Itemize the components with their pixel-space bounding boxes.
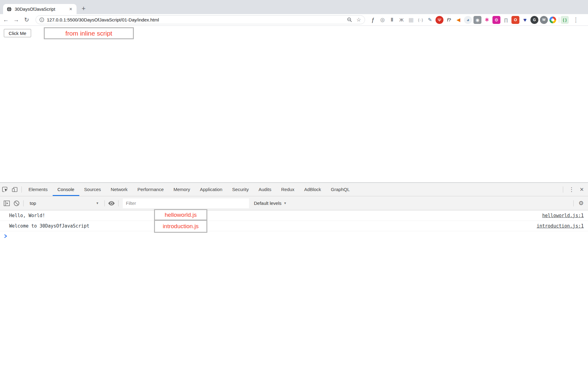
json-braces-extension-icon[interactable]: { } bbox=[561, 16, 569, 24]
log-levels-select[interactable]: Default levels ▼ bbox=[254, 201, 287, 206]
divider bbox=[559, 17, 559, 23]
grid-extension-icon[interactable]: ▦ bbox=[407, 16, 415, 24]
chevron-down-icon: ▼ bbox=[284, 201, 287, 205]
address-bar[interactable]: 127.0.0.1:5500/30DaysOfJavaScript/01-Day… bbox=[36, 15, 365, 24]
devtools-close-icon[interactable]: × bbox=[578, 186, 588, 194]
tab-sources[interactable]: Sources bbox=[79, 183, 106, 196]
clear-console-icon[interactable] bbox=[12, 200, 21, 207]
eyedropper-extension-icon[interactable]: ✎ bbox=[426, 16, 434, 24]
camera-extension-icon[interactable]: ◉ bbox=[473, 16, 481, 24]
divider bbox=[573, 200, 574, 206]
globe-favicon-icon bbox=[7, 7, 12, 12]
inspect-element-icon[interactable] bbox=[0, 183, 10, 196]
execution-context-select[interactable]: top ▼ bbox=[25, 199, 103, 208]
divider bbox=[563, 186, 563, 193]
console-prompt[interactable] bbox=[0, 231, 588, 241]
devtools-tabbar: Elements Console Sources Network Perform… bbox=[0, 183, 588, 196]
live-expression-eye-icon[interactable] bbox=[107, 201, 116, 206]
console-message-text: Hello, World! bbox=[9, 213, 45, 218]
prompt-chevron-icon bbox=[4, 234, 8, 238]
tab-audits[interactable]: Audits bbox=[254, 183, 276, 196]
source-link[interactable]: introduction.js:1 bbox=[537, 223, 584, 229]
pause-columns-extension-icon[interactable]: ‖ bbox=[388, 16, 396, 24]
pink-gear-extension-icon[interactable]: ⚙ bbox=[492, 16, 500, 24]
page-content: Click Me from inline script bbox=[0, 26, 588, 182]
tab-elements[interactable]: Elements bbox=[24, 183, 53, 196]
browser-tab[interactable]: 30DaysOfJavaScript × bbox=[3, 4, 77, 14]
tab-application[interactable]: Application bbox=[195, 183, 227, 196]
w-circle-extension-icon[interactable]: W bbox=[540, 16, 548, 24]
divider bbox=[21, 186, 22, 193]
console-message-row: Welcome to 30DaysOfJavaScript introducti… bbox=[0, 221, 588, 231]
g-circle-extension-icon[interactable]: G bbox=[530, 16, 538, 24]
page-info-icon[interactable] bbox=[40, 17, 44, 22]
tab-console[interactable]: Console bbox=[53, 183, 79, 196]
context-label: top bbox=[30, 201, 36, 206]
forward-icon[interactable]: → bbox=[12, 15, 21, 25]
stop-hand-extension-icon[interactable]: Ψ bbox=[435, 16, 443, 24]
browser-menu-icon[interactable]: ⋮ bbox=[572, 16, 580, 23]
click-me-button[interactable]: Click Me bbox=[4, 29, 31, 37]
devtools-panel: Elements Console Sources Network Perform… bbox=[0, 182, 588, 368]
device-toolbar-icon[interactable] bbox=[10, 183, 20, 196]
devtools-menu-icon[interactable]: ⋮ bbox=[565, 186, 578, 193]
browser-toolbar: ← → ↻ 127.0.0.1:5500/30DaysOfJavaScript/… bbox=[0, 14, 588, 26]
bookmark-star-icon[interactable]: ☆ bbox=[356, 17, 361, 23]
inline-script-box: from inline script bbox=[44, 27, 134, 39]
tab-redux[interactable]: Redux bbox=[276, 183, 299, 196]
console-toolbar: top ▼ Default levels ▼ ⚙ bbox=[0, 196, 588, 210]
tab-graphql[interactable]: GraphQL bbox=[326, 183, 355, 196]
divider bbox=[118, 200, 119, 206]
back-icon[interactable]: ← bbox=[1, 15, 10, 25]
divider bbox=[23, 200, 24, 206]
console-message-text: Welcome to 30DaysOfJavaScript bbox=[9, 223, 89, 229]
megaphone-extension-icon[interactable]: ◀ bbox=[454, 16, 462, 24]
tab-performance[interactable]: Performance bbox=[133, 183, 169, 196]
console-sidebar-toggle-icon[interactable] bbox=[2, 200, 12, 206]
target-extension-icon[interactable]: ◎ bbox=[379, 16, 386, 24]
inline-script-text: from inline script bbox=[66, 30, 112, 37]
swirl-extension-icon[interactable]: ◕ bbox=[464, 16, 472, 24]
bug-extension-icon[interactable]: Ж bbox=[398, 16, 405, 24]
pipes-extension-icon[interactable]: ∏ bbox=[502, 16, 510, 24]
levels-label: Default levels bbox=[254, 201, 281, 206]
tab-adblock[interactable]: AdBlock bbox=[299, 183, 326, 196]
tab-strip: 30DaysOfJavaScript × + bbox=[0, 0, 588, 14]
reload-icon[interactable]: ↻ bbox=[22, 15, 31, 25]
f-question-extension-icon[interactable]: f? bbox=[445, 16, 453, 24]
chevron-down-icon: ▼ bbox=[96, 201, 99, 205]
tab-close-icon[interactable]: × bbox=[68, 6, 74, 12]
red-o-extension-icon[interactable]: O bbox=[511, 16, 519, 24]
zoom-magnifier-icon[interactable] bbox=[347, 17, 352, 22]
color-wheel-extension-icon[interactable] bbox=[549, 17, 556, 23]
new-tab-button[interactable]: + bbox=[79, 4, 88, 13]
pink-star-extension-icon[interactable]: ✱ bbox=[483, 16, 491, 24]
annotation-helloworld: helloworld.js bbox=[154, 209, 207, 220]
extensions-area: ƒ◎‖Ж▦(··)✎Ψf?◀◕◉✱⚙∏O♥GW{ } bbox=[368, 16, 569, 24]
annotation-introduction: introduction.js bbox=[154, 220, 207, 233]
paren-dots-extension-icon[interactable]: (··) bbox=[417, 16, 424, 24]
heart-search-extension-icon[interactable]: ♥ bbox=[521, 16, 529, 24]
tab-network[interactable]: Network bbox=[106, 183, 133, 196]
source-link[interactable]: helloworld.js:1 bbox=[542, 213, 584, 218]
tab-title: 30DaysOfJavaScript bbox=[15, 7, 68, 12]
script-f-extension-icon[interactable]: ƒ bbox=[369, 16, 377, 24]
tab-security[interactable]: Security bbox=[227, 183, 254, 196]
console-message-row: Hello, World! helloworld.js:1 bbox=[0, 210, 588, 221]
url-text: 127.0.0.1:5500/30DaysOfJavaScript/01-Day… bbox=[47, 17, 347, 22]
console-settings-gear-icon[interactable]: ⚙ bbox=[575, 200, 588, 207]
divider bbox=[104, 200, 105, 206]
console-messages: Hello, World! helloworld.js:1 Welcome to… bbox=[0, 210, 588, 241]
tab-memory[interactable]: Memory bbox=[169, 183, 195, 196]
console-filter-input[interactable] bbox=[123, 198, 249, 208]
